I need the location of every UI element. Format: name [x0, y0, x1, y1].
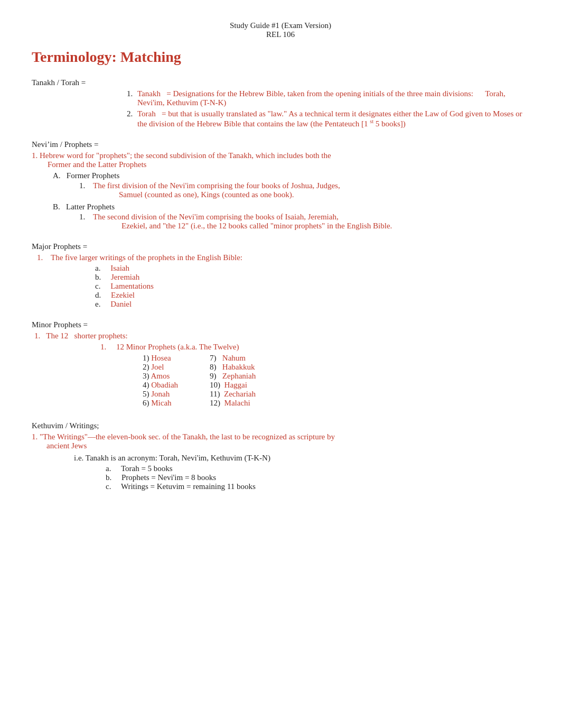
minor-item-11-name: Zechariah: [224, 390, 256, 398]
minor-item-12-num: 12): [210, 399, 225, 407]
minor-item-12-name: Malachi: [225, 399, 250, 407]
minor-item-7-name: Nahum: [222, 354, 246, 362]
minor-prophets-sub: 1. 12 Minor Prophets (a.k.a. The Twelve)…: [100, 343, 529, 408]
minor-item-9-name: Zephaniah: [222, 372, 256, 380]
minor-item-10-num: 10): [210, 381, 225, 389]
kethuvim-item-a: a. Torah = 5 books: [106, 464, 529, 473]
minor-item-4: 4) Obadiah: [143, 381, 178, 390]
minor-item-9: 9) Zephaniah: [210, 372, 256, 381]
major-item-d: d. Ezekiel: [95, 291, 529, 300]
latter-prophets-item: 1. The second division of the Nevi'im co…: [79, 213, 529, 231]
minor-item-5-name: Jonah: [151, 390, 170, 398]
minor-item-12: 12) Malachi: [210, 399, 256, 408]
minor-item-4-name: Obadiah: [151, 381, 178, 389]
kethuvim-item-c: c. Writings = Ketuvim = remaining 11 boo…: [106, 482, 529, 491]
tanakh-items: 1. Tanakh = Designations for the Hebrew …: [127, 89, 529, 128]
neviim-intro-text: 1. Hebrew word for "prophets"; the secon…: [32, 151, 331, 160]
minor-item-7: 7) Nahum: [210, 354, 256, 363]
kethuvim-item-b: b. Prophets = Nevi'im = 8 books: [106, 473, 529, 482]
tanakh-item1-text: Tanakh = Designations for the Hebrew Bib…: [137, 89, 529, 107]
kethuvim-label: Kethuvim / Writings;: [32, 421, 529, 430]
neviim-label: Nevi’im / Prophets =: [32, 140, 529, 149]
minor-item-5-num: 5): [143, 390, 151, 398]
minor-prophets-intro-text: 1. The 12 shorter prophets:: [34, 331, 128, 340]
latter-prophets-block: B. Latter Prophets 1. The second divisio…: [53, 202, 529, 231]
latter-prophets-label: B. Latter Prophets: [53, 202, 529, 211]
document-header: Study Guide #1 (Exam Version) REL 106: [32, 21, 529, 39]
major-prophets-section: Major Prophets = 1. The five larger writ…: [32, 242, 529, 309]
minor-prophets-table: 1) Hosea 2) Joel 3) Amos 4) Obadiah 5) J…: [143, 354, 529, 408]
tanakh-item2-num: 2.: [127, 109, 137, 128]
minor-item-1: 1) Hosea: [143, 354, 178, 363]
minor-item-3-name: Amos: [151, 372, 170, 380]
minor-item-1-num: 1): [143, 354, 151, 362]
former-prophets-text: The first division of the Nevi'im compri…: [93, 181, 340, 190]
tanakh-item-1: 1. Tanakh = Designations for the Hebrew …: [127, 89, 529, 107]
tanakh-section: Tanakh / Torah = 1. Tanakh = Designation…: [32, 78, 529, 128]
former-prophets-block: A. Former Prophets 1. The first division…: [53, 171, 529, 199]
minor-item-5: 5) Jonah: [143, 390, 178, 399]
neviim-intro-continuation: Former and the Latter Prophets: [48, 160, 146, 169]
minor-item-10: 10) Haggai: [210, 381, 256, 390]
tanakh-label: Tanakh / Torah =: [32, 78, 529, 87]
minor-item-3-num: 3): [143, 372, 151, 380]
major-item-e-text: Daniel: [110, 300, 132, 308]
minor-prophets-intro: 1. The 12 shorter prophets:: [34, 331, 529, 340]
kethuvim-section: Kethuvim / Writings; 1. "The Writings"—t…: [32, 421, 529, 491]
minor-item-1-name: Hosea: [151, 354, 171, 362]
minor-item-4-num: 4): [143, 381, 151, 389]
minor-prophets-right-col: 7) Nahum 8) Habakkuk 9) Zephaniah 10) Ha…: [210, 354, 256, 408]
page-title: Terminology: Matching: [32, 49, 529, 66]
kethuvim-ie: i.e. Tanakh is an acronym: Torah, Nevi'i…: [74, 454, 529, 491]
major-item-a: a. Isaiah: [95, 264, 529, 273]
minor-item-10-name: Haggai: [225, 381, 247, 389]
kethuvim-sub-items: a. Torah = 5 books b. Prophets = Nevi'im…: [106, 464, 529, 491]
minor-item-11-num: 11): [210, 390, 224, 398]
major-prophets-intro: 1. The five larger writings of the proph…: [32, 253, 529, 262]
major-item-b: b. Jeremiah: [95, 273, 529, 282]
header-line2: REL 106: [32, 30, 529, 39]
major-item-b-text: Jeremiah: [111, 273, 139, 281]
latter-prophets-text2: Ezekiel, and "the 12" (i.e., the 12 book…: [121, 222, 392, 230]
major-prophets-list: a. Isaiah b. Jeremiah c. Lamentations d.…: [95, 264, 529, 309]
minor-item-8-name: Habakkuk: [222, 363, 255, 371]
major-item-c-text: Lamentations: [110, 282, 154, 290]
tanakh-item2-red: Torah = but that is usually translated a…: [137, 109, 522, 128]
minor-item-2-name: Joel: [151, 363, 164, 371]
major-item-a-text: Isaiah: [110, 264, 129, 272]
minor-prophets-left-col: 1) Hosea 2) Joel 3) Amos 4) Obadiah 5) J…: [143, 354, 178, 408]
neviim-intro: 1. Hebrew word for "prophets"; the secon…: [32, 151, 529, 169]
tanakh-item-2: 2. Torah = but that is usually translate…: [127, 109, 529, 128]
major-item-e: e. Daniel: [95, 300, 529, 309]
major-prophets-intro-text: 1. The five larger writings of the proph…: [37, 253, 242, 262]
minor-item-2-num: 2): [143, 363, 151, 371]
major-item-c: c. Lamentations: [95, 282, 529, 291]
minor-item-8-num: 8): [210, 363, 222, 371]
minor-item-11: 11) Zechariah: [210, 390, 256, 399]
tanakh-item1-num: 1.: [127, 89, 137, 107]
minor-item-3: 3) Amos: [143, 372, 178, 381]
latter-prophets-text: The second division of the Nevi'im compr…: [93, 213, 339, 221]
minor-item-7-num: 7): [210, 354, 222, 362]
tanakh-item2-text: Torah = but that is usually translated a…: [137, 109, 529, 128]
tanakh-item1-red: Tanakh = Designations for the Hebrew Bib…: [137, 89, 506, 107]
latter-prophets-num: 1.: [79, 213, 91, 221]
kethuvim-intro-text2: ancient Jews: [46, 441, 87, 450]
minor-item-6-num: 6): [143, 399, 151, 407]
minor-item-9-num: 9): [210, 372, 222, 380]
minor-prophets-label: Minor Prophets =: [32, 320, 529, 329]
former-prophets-label: A. Former Prophets: [53, 171, 529, 180]
kethuvim-intro: 1. "The Writings"—the eleven-book sec. o…: [32, 432, 529, 450]
minor-item-6: 6) Micah: [143, 399, 178, 408]
header-line1: Study Guide #1 (Exam Version): [32, 21, 529, 30]
former-prophets-item: 1. The first division of the Nevi'im com…: [79, 181, 529, 199]
minor-prophets-section: Minor Prophets = 1. The 12 shorter proph…: [32, 320, 529, 408]
minor-prophets-sub-intro: 1. 12 Minor Prophets (a.k.a. The Twelve): [100, 343, 529, 352]
major-item-d-text: Ezekiel: [111, 291, 135, 299]
kethuvim-ie-text: i.e. Tanakh is an acronym: Torah, Nevi'i…: [74, 454, 529, 463]
minor-item-2: 2) Joel: [143, 363, 178, 372]
former-prophets-text2: Samuel (counted as one), Kings (counted …: [119, 190, 294, 199]
major-prophets-label: Major Prophets =: [32, 242, 529, 251]
minor-item-8: 8) Habakkuk: [210, 363, 256, 372]
minor-item-6-name: Micah: [151, 399, 171, 407]
